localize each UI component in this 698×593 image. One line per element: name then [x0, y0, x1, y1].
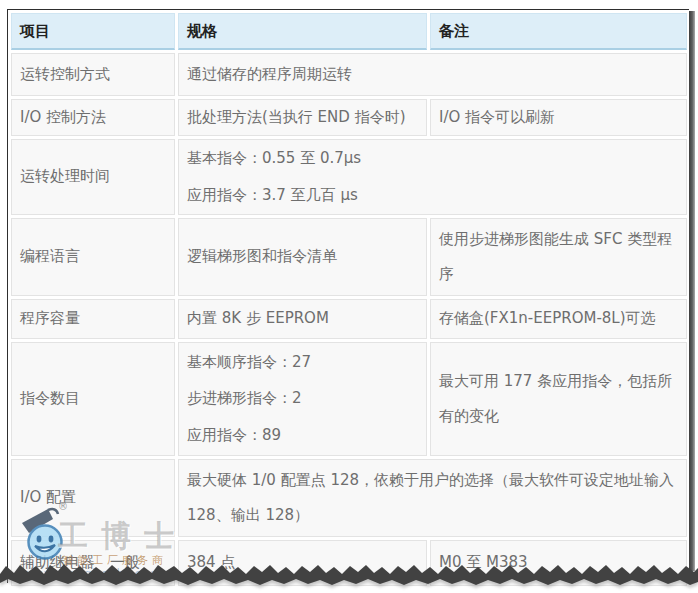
spec-line: 基本顺序指令：27: [187, 344, 418, 381]
spec-table: 项目 规格 备注 运转控制方式 通过储存的程序周期运转 I/O 控制方法 批处理…: [8, 10, 690, 589]
note-cell: 存储盒(FX1n-EEPROM-8L)可选: [430, 299, 687, 339]
column-header-note: 备注: [430, 13, 687, 50]
table-row: 编程语言 逻辑梯形图和指令清单 使用步进梯形图能生成 SFC 类型程序: [11, 218, 687, 296]
item-cell: I/O 配置: [11, 459, 175, 537]
table-row: 指令数目 基本顺序指令：27 步进梯形指令：2 应用指令：89 最大可用 177…: [11, 342, 687, 456]
table-row: 程序容量 内置 8K 步 EEPROM 存储盒(FX1n-EEPROM-8L)可…: [11, 299, 687, 339]
spec-line: 应用指令：3.7 至几百 µs: [187, 177, 678, 214]
item-cell: 指令数目: [11, 342, 175, 456]
note-cell: 使用步进梯形图能生成 SFC 类型程序: [430, 218, 687, 296]
table-sheet: 项目 规格 备注 运转控制方式 通过储存的程序周期运转 I/O 控制方法 批处理…: [7, 9, 689, 583]
spec-line: 步进梯形指令：2: [187, 380, 418, 417]
item-cell: 程序容量: [11, 299, 175, 339]
page-edge-shadow: [689, 11, 695, 571]
spec-line: 应用指令：89: [187, 417, 418, 454]
spec-line: 基本指令：0.55 至 0.7µs: [187, 140, 678, 177]
table-row: I/O 控制方法 批处理方法(当执行 END 指令时) I/O 指令可以刷新: [11, 99, 687, 136]
spec-cell: 内置 8K 步 EEPROM: [178, 299, 427, 339]
note-cell: 最大可用 177 条应用指令，包括所有的变化: [430, 342, 687, 456]
spec-cell: 基本指令：0.55 至 0.7µs 应用指令：3.7 至几百 µs: [178, 139, 687, 215]
spec-cell: 通过储存的程序周期运转: [178, 53, 687, 96]
item-cell: 编程语言: [11, 218, 175, 296]
item-cell: 运转控制方式: [11, 53, 175, 96]
table-row: 运转控制方式 通过储存的程序周期运转: [11, 53, 687, 96]
table-row: I/O 配置 最大硬体 1/0 配置点 128，依赖于用户的选择（最大软件可设定…: [11, 459, 687, 537]
column-header-item: 项目: [11, 13, 175, 50]
spec-cell: 逻辑梯形图和指令清单: [178, 218, 427, 296]
item-cell: 运转处理时间: [11, 139, 175, 215]
spec-cell: 最大硬体 1/0 配置点 128，依赖于用户的选择（最大软件可设定地址输入 12…: [178, 459, 687, 537]
spec-cell: 基本顺序指令：27 步进梯形指令：2 应用指令：89: [178, 342, 427, 456]
note-cell: I/O 指令可以刷新: [430, 99, 687, 136]
table-header-row: 项目 规格 备注: [11, 13, 687, 50]
item-cell: I/O 控制方法: [11, 99, 175, 136]
spec-cell: 批处理方法(当执行 END 指令时): [178, 99, 427, 136]
torn-edge: [0, 556, 698, 593]
table-row: 运转处理时间 基本指令：0.55 至 0.7µs 应用指令：3.7 至几百 µs: [11, 139, 687, 215]
column-header-spec: 规格: [178, 13, 427, 50]
